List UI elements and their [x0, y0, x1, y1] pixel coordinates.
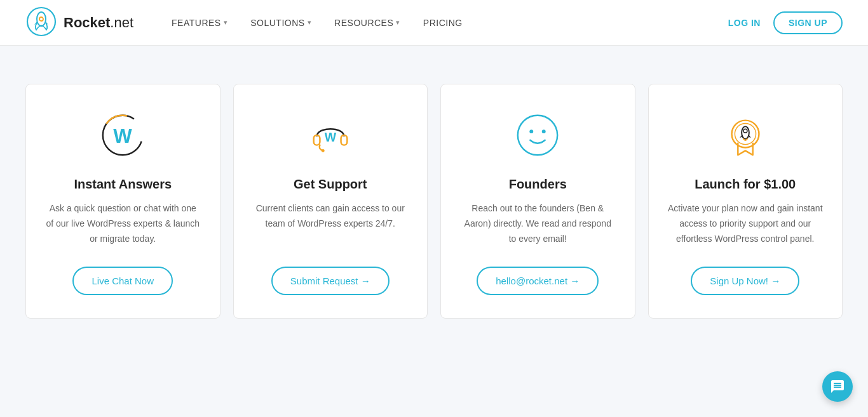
svg-point-9: [322, 149, 325, 152]
signup-now-button[interactable]: Sign Up Now! →: [691, 267, 799, 295]
main-content: W Instant Answers Ask a quick question o…: [0, 46, 868, 357]
cards-grid: W Instant Answers Ask a quick question o…: [25, 84, 843, 319]
svg-point-13: [731, 121, 759, 148]
svg-text:W: W: [325, 130, 337, 144]
card-title: Launch for $1.00: [695, 176, 796, 192]
logo-icon: [25, 6, 57, 40]
chevron-down-icon: ▾: [308, 18, 312, 27]
card-get-support: W Get Support Current clients can gain a…: [233, 84, 428, 319]
card-title: Get Support: [294, 176, 367, 192]
header: Rocket.net FEATURES ▾ SOLUTIONS ▾ RESOUR…: [0, 0, 868, 46]
rocket-badge-icon: [720, 110, 771, 161]
svg-point-11: [530, 129, 534, 133]
card-title: Founders: [509, 176, 567, 192]
nav-resources[interactable]: RESOURCES ▾: [334, 18, 400, 28]
card-founders: Founders Reach out to the founders (Ben …: [440, 84, 635, 319]
svg-point-10: [518, 116, 557, 155]
svg-text:W: W: [114, 125, 133, 147]
svg-point-16: [743, 129, 747, 133]
logo-text: Rocket.net: [64, 15, 133, 31]
svg-point-1: [37, 12, 46, 26]
smiley-icon: [512, 110, 563, 161]
chevron-down-icon: ▾: [396, 18, 400, 27]
svg-point-2: [39, 17, 43, 21]
card-desc: Reach out to the founders (Ben & Aaron) …: [460, 201, 616, 246]
nav-features[interactable]: FEATURES ▾: [172, 18, 227, 28]
email-founders-button[interactable]: hello@rocket.net →: [477, 267, 599, 295]
svg-rect-6: [313, 135, 320, 145]
wordpress-circle-icon: W: [97, 110, 148, 161]
nav-pricing[interactable]: PRICING: [423, 18, 463, 28]
card-desc: Activate your plan now and gain instant …: [668, 201, 824, 246]
card-launch: Launch for $1.00 Activate your plan now …: [648, 84, 843, 319]
svg-point-12: [542, 129, 546, 133]
main-nav: FEATURES ▾ SOLUTIONS ▾ RESOURCES ▾ PRICI…: [172, 18, 728, 28]
card-desc: Current clients can gain access to our t…: [253, 201, 409, 246]
card-desc: Ask a quick question or chat with one of…: [45, 201, 201, 246]
svg-rect-7: [341, 135, 347, 145]
headset-icon: W: [305, 110, 356, 161]
nav-actions: LOG IN SIGN UP: [728, 11, 843, 34]
nav-solutions[interactable]: SOLUTIONS ▾: [250, 18, 311, 28]
logo[interactable]: Rocket.net: [25, 6, 133, 40]
card-title: Instant Answers: [74, 176, 172, 192]
login-button[interactable]: LOG IN: [728, 18, 761, 28]
chevron-down-icon: ▾: [224, 18, 228, 27]
submit-request-button[interactable]: Submit Request →: [271, 267, 390, 295]
card-instant-answers: W Instant Answers Ask a quick question o…: [25, 84, 220, 319]
signup-button[interactable]: SIGN UP: [773, 11, 843, 34]
live-chat-button[interactable]: Live Chat Now: [72, 267, 173, 295]
